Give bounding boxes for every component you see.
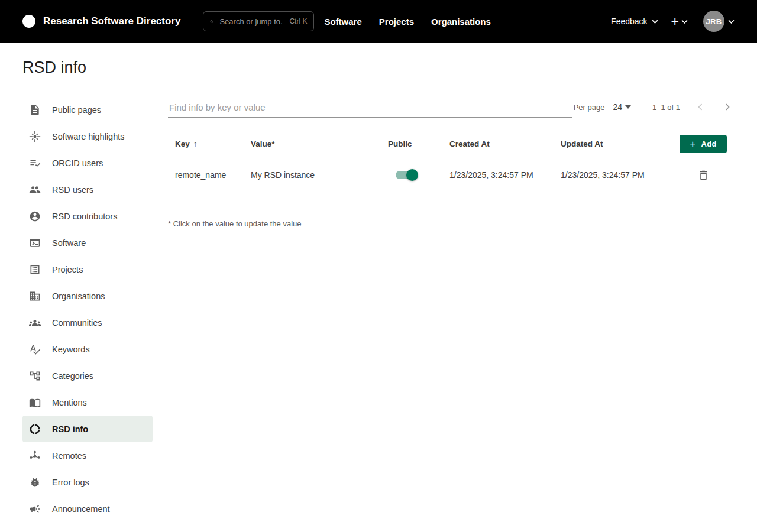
- sidebar-item-label: Communities: [52, 318, 102, 327]
- sort-ascending-icon: ↑: [193, 139, 198, 148]
- search-shortcut: Ctrl K: [289, 17, 307, 25]
- nav-projects[interactable]: Projects: [379, 17, 414, 27]
- sidebar-item-orcid-users[interactable]: ORCID users: [22, 150, 153, 176]
- sidebar-item-label: ORCID users: [52, 158, 103, 168]
- sidebar-item-software[interactable]: Software: [22, 229, 153, 256]
- sidebar-item-label: Categories: [52, 371, 93, 381]
- row-updated-at: 1/23/2025, 3:24:57 PM: [554, 170, 665, 180]
- main-nav: Software Projects Organisations: [324, 17, 490, 27]
- column-header-created-at: Created At: [442, 140, 554, 148]
- sidebar-item-announcement[interactable]: Announcement: [22, 495, 153, 522]
- sidebar-item-keywords[interactable]: Keywords: [22, 336, 153, 362]
- people-icon: [29, 184, 41, 196]
- next-page-button[interactable]: [720, 100, 735, 114]
- previous-page-button[interactable]: [693, 100, 707, 114]
- sidebar-item-label: RSD users: [52, 185, 93, 194]
- book-icon: [29, 397, 41, 408]
- sidebar-item-label: Announcement: [52, 504, 110, 514]
- sidebar-item-label: Projects: [52, 265, 83, 274]
- donut-chart-icon: [29, 423, 41, 435]
- per-page-select[interactable]: 24: [613, 102, 631, 112]
- row-value[interactable]: My RSD instance: [244, 170, 381, 180]
- sidebar-item-remotes[interactable]: Remotes: [22, 442, 153, 469]
- public-toggle[interactable]: [396, 171, 416, 179]
- brand[interactable]: Research Software Directory: [22, 15, 180, 28]
- feedback-menu[interactable]: Feedback: [611, 17, 658, 26]
- sidebar-item-label: Mentions: [52, 398, 87, 407]
- sidebar-item-software-highlights[interactable]: Software highlights: [22, 123, 153, 150]
- delete-button[interactable]: [695, 167, 712, 184]
- column-header-value: Value*: [244, 140, 381, 148]
- per-page-label: Per page: [574, 103, 605, 112]
- sidebar-item-label: Software: [52, 238, 86, 248]
- brand-title: Research Software Directory: [43, 15, 180, 27]
- groups-icon: [29, 317, 41, 329]
- table-row: remote_name My RSD instance 1/23/2025, 3…: [168, 158, 735, 192]
- nav-organisations[interactable]: Organisations: [431, 17, 491, 27]
- sidebar-item-projects[interactable]: Projects: [22, 256, 153, 283]
- sidebar-item-communities[interactable]: Communities: [22, 309, 153, 336]
- tree-icon: [29, 370, 41, 382]
- hub-icon: [29, 450, 41, 462]
- rsd-info-panel: Per page 24 1–1 of 1: [168, 96, 735, 522]
- chevron-right-icon: [722, 101, 733, 113]
- sidebar-item-label: Keywords: [52, 345, 90, 354]
- sidebar-item-label: Remotes: [52, 451, 86, 460]
- chevron-left-icon: [694, 101, 706, 113]
- terminal-icon: [29, 237, 41, 249]
- admin-sidebar: Public pages Software highlights ORCID u…: [22, 96, 153, 522]
- toolbar-right: Per page 24 1–1 of 1: [574, 100, 735, 114]
- add-button[interactable]: + Add: [680, 135, 726, 153]
- filter-input[interactable]: [168, 102, 572, 113]
- person-circle-icon: [29, 210, 41, 222]
- sidebar-item-label: RSD contributors: [52, 212, 117, 221]
- trash-icon: [697, 169, 710, 181]
- dropdown-arrow-icon: [625, 105, 631, 109]
- sidebar-item-mentions[interactable]: Mentions: [22, 389, 153, 416]
- sidebar-item-label: Error logs: [52, 478, 89, 487]
- spellcheck-icon: [29, 343, 41, 355]
- megaphone-icon: [29, 503, 41, 515]
- sidebar-item-label: Public pages: [52, 105, 101, 115]
- chevron-down-icon: [728, 20, 735, 24]
- sidebar-item-organisations[interactable]: Organisations: [22, 283, 153, 309]
- add-menu[interactable]: +: [671, 15, 688, 28]
- per-page-value: 24: [613, 102, 622, 112]
- feedback-label: Feedback: [611, 17, 647, 26]
- plus-icon: +: [671, 15, 679, 28]
- sidebar-item-rsd-info[interactable]: RSD info: [22, 416, 153, 442]
- pagination-range: 1–1 of 1: [652, 103, 680, 112]
- row-created-at: 1/23/2025, 3:24:57 PM: [442, 170, 554, 180]
- avatar[interactable]: JRB: [703, 11, 724, 32]
- sidebar-item-public-pages[interactable]: Public pages: [22, 96, 153, 123]
- bug-icon: [29, 476, 41, 488]
- chevron-down-icon: [652, 20, 658, 24]
- column-header-public: Public: [381, 140, 442, 148]
- rsd-logo-icon: [22, 15, 35, 28]
- search-icon: [210, 17, 213, 26]
- document-icon: [29, 104, 41, 116]
- flare-icon: [29, 131, 41, 142]
- plus-icon: +: [690, 139, 695, 149]
- sidebar-item-error-logs[interactable]: Error logs: [22, 469, 153, 495]
- global-search[interactable]: Ctrl K: [203, 11, 314, 31]
- sidebar-item-label: Organisations: [52, 291, 105, 301]
- column-header-key[interactable]: Key ↑: [168, 139, 244, 148]
- sidebar-item-categories[interactable]: Categories: [22, 362, 153, 389]
- list-alt-icon: [29, 264, 41, 275]
- toggle-thumb: [406, 169, 418, 181]
- nav-software[interactable]: Software: [324, 17, 361, 27]
- sidebar-item-label: RSD info: [52, 424, 88, 434]
- checklist-icon: [29, 157, 41, 169]
- table-footnote: * Click on the value to update the value: [168, 219, 735, 228]
- user-menu[interactable]: JRB: [703, 11, 735, 32]
- column-header-updated-at: Updated At: [554, 140, 665, 148]
- header-right: Feedback + JRB: [611, 11, 735, 32]
- global-search-input[interactable]: [218, 17, 284, 27]
- sidebar-item-rsd-contributors[interactable]: RSD contributors: [22, 203, 153, 229]
- filter-field[interactable]: [168, 96, 572, 118]
- sidebar-item-rsd-users[interactable]: RSD users: [22, 176, 153, 203]
- page-title: RSD info: [22, 59, 735, 77]
- building-icon: [29, 290, 41, 302]
- table-toolbar: Per page 24 1–1 of 1: [168, 96, 735, 118]
